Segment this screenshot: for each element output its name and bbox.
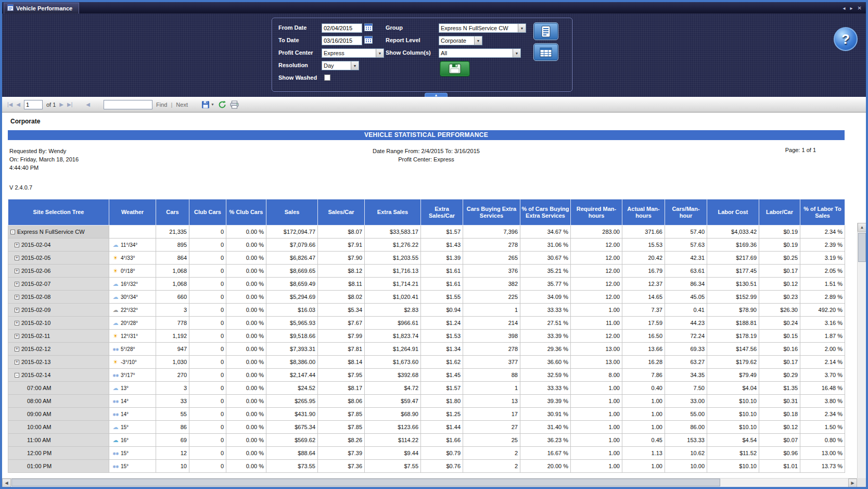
data-cell: 39.39 % (520, 395, 571, 408)
expand-node-icon[interactable]: + (15, 334, 19, 338)
data-cell: 1.13 (622, 447, 665, 460)
data-cell: $11.52 (707, 447, 759, 460)
next-page-icon[interactable]: ▶ (59, 102, 63, 107)
tree-cell[interactable]: +2015-02-13 (8, 356, 109, 369)
group-select[interactable]: Express N FullService CW ▼ (439, 23, 526, 33)
expand-node-icon[interactable]: + (15, 282, 19, 286)
show-washed-checkbox[interactable] (324, 74, 330, 81)
tree-cell[interactable]: 01:00 PM (8, 460, 109, 473)
collapse-node-icon[interactable]: - (15, 373, 19, 378)
expand-node-icon[interactable]: + (15, 243, 19, 247)
expand-node-icon[interactable]: + (15, 295, 19, 299)
tree-cell[interactable]: +2015-02-08 (8, 291, 109, 304)
group-label: Group (386, 24, 403, 31)
back-to-parent-icon[interactable]: ◀ (86, 102, 90, 107)
sun-icon: ☀ (111, 333, 120, 340)
tree-cell[interactable]: +2015-02-11 (8, 330, 109, 343)
row-label: 2015-02-11 (21, 333, 50, 339)
dock-right-icon[interactable]: ▸ (850, 5, 853, 11)
tree-cell[interactable]: 12:00 PM (8, 447, 109, 460)
data-cell: $9.44 (365, 447, 421, 460)
from-date-calendar-icon[interactable] (364, 23, 373, 32)
tree-cell[interactable]: 11:00 AM (8, 434, 109, 447)
horizontal-scrollbar[interactable]: ◀ ▶ (2, 478, 857, 487)
data-cell: $9,518.66 (266, 330, 318, 343)
data-cell: 7.37 (622, 304, 665, 317)
table-view-button[interactable] (533, 43, 558, 61)
expand-node-icon[interactable]: + (15, 347, 19, 352)
tree-cell[interactable]: 07:00 AM (8, 382, 109, 395)
column-header: % of Cars Buying Extra Services (520, 199, 571, 225)
expand-node-icon[interactable]: + (15, 269, 19, 273)
data-cell: 42.31 (665, 252, 707, 265)
tree-cell[interactable]: -2015-02-14 (8, 369, 109, 382)
tree-cell[interactable]: +2015-02-06 (8, 265, 109, 278)
collapse-node-icon[interactable]: - (10, 230, 15, 234)
refresh-icon[interactable] (218, 101, 226, 109)
scroll-left-icon[interactable]: ◀ (2, 479, 11, 487)
tree-cell[interactable]: 09:00 AM (8, 408, 109, 421)
print-icon[interactable] (230, 101, 239, 109)
last-page-icon[interactable]: ▶| (67, 102, 72, 107)
dock-left-icon[interactable]: ◂ (843, 5, 846, 11)
help-button[interactable]: ? (834, 27, 858, 51)
horizontal-scroll-thumb[interactable] (11, 479, 720, 486)
row-label: 07:00 AM (27, 385, 51, 391)
report-level-select[interactable]: Corporate ▼ (439, 36, 482, 45)
data-cell: 0.00 % (226, 395, 266, 408)
weather-cell: ☁16° (109, 434, 156, 447)
expand-node-icon[interactable]: + (15, 308, 19, 312)
data-cell: $7.55 (365, 460, 421, 473)
show-columns-label: Show Column(s) (386, 49, 431, 56)
show-columns-select[interactable]: All ▼ (439, 48, 521, 58)
search-input[interactable] (104, 100, 152, 109)
vertical-scrollbar[interactable]: ▲ ▼ (857, 223, 866, 478)
resolution-select[interactable]: Day ▼ (322, 61, 359, 70)
tree-cell[interactable]: +2015-02-04 (8, 239, 109, 252)
page-number-input[interactable] (24, 100, 43, 109)
report-view-button[interactable] (533, 22, 558, 40)
data-cell: 2.00 % (800, 343, 845, 356)
data-cell: $1.39 (421, 252, 463, 265)
find-link[interactable]: Find (156, 102, 167, 108)
data-cell: 2.34 % (800, 225, 845, 239)
first-page-icon[interactable]: |◀ (7, 102, 12, 107)
tree-cell[interactable]: 08:00 AM (8, 395, 109, 408)
tree-cell[interactable]: -Express N FullService CW (8, 225, 109, 239)
tree-cell[interactable]: 10:00 AM (8, 421, 109, 434)
from-date-input[interactable] (322, 23, 362, 33)
next-link[interactable]: Next (176, 102, 188, 108)
export-icon[interactable]: ▼ (201, 101, 214, 109)
to-date-calendar-icon[interactable] (364, 36, 373, 44)
close-icon[interactable]: ✕ (858, 5, 862, 11)
expand-node-icon[interactable]: + (15, 321, 19, 325)
data-cell: 34.35 (665, 369, 707, 382)
temperature-label: 20°/28° (121, 320, 138, 326)
table-row: 07:00 AM☁13°300.00 %$24.52$8.17$4.72$1.5… (8, 382, 845, 395)
to-date-input[interactable] (322, 36, 362, 45)
profit-center-select[interactable]: Express ▼ (322, 48, 384, 58)
tree-cell[interactable]: +2015-02-07 (8, 278, 109, 291)
expand-node-icon[interactable]: + (15, 360, 19, 365)
tree-cell[interactable]: +2015-02-05 (8, 252, 109, 265)
tree-cell[interactable]: +2015-02-09 (8, 304, 109, 317)
data-cell: $68.90 (365, 408, 421, 421)
scroll-up-icon[interactable]: ▲ (858, 223, 866, 232)
from-date-label: From Date (278, 24, 307, 31)
chevron-down-icon: ▼ (376, 49, 384, 57)
question-mark-icon: ? (841, 31, 850, 47)
scroll-right-icon[interactable]: ▶ (848, 479, 857, 487)
previous-page-icon[interactable]: ◀ (16, 102, 20, 107)
column-header: Actual Man-hours (622, 199, 665, 225)
data-cell: $7,079.66 (266, 239, 318, 252)
profit-center-value: Express (322, 50, 376, 56)
tree-cell[interactable]: +2015-02-12 (8, 343, 109, 356)
data-cell: 0 (189, 265, 226, 278)
window-controls: ◂ ▸ ✕ (843, 2, 862, 14)
data-cell: $1.35 (759, 382, 800, 395)
data-cell: $178.19 (707, 330, 759, 343)
tree-cell[interactable]: +2015-02-10 (8, 317, 109, 330)
vertical-scroll-thumb[interactable] (858, 233, 866, 262)
expand-node-icon[interactable]: + (15, 256, 19, 260)
save-button[interactable] (440, 61, 470, 77)
